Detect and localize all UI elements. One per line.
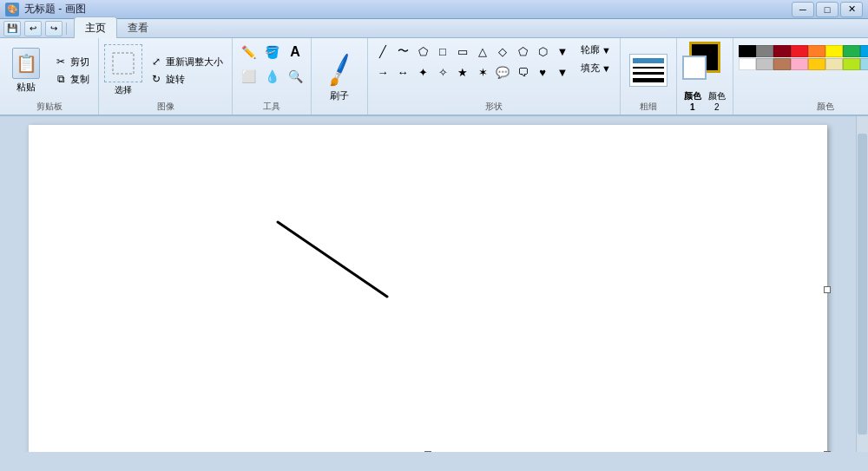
palette-cell[interactable]	[860, 45, 868, 57]
color-palette-group: 颜色	[733, 38, 868, 114]
shape-line[interactable]: ╱	[373, 42, 392, 61]
lw-selected[interactable]	[633, 58, 664, 63]
fill-tool[interactable]: 🪣	[261, 42, 282, 62]
shape-diamond[interactable]: ◇	[493, 42, 512, 61]
scrollbar-vertical[interactable]	[856, 116, 868, 452]
shape-hexagon[interactable]: ⬡	[533, 42, 552, 61]
svg-line-1	[278, 222, 387, 297]
select-icon	[111, 51, 135, 75]
close-button[interactable]: ✕	[840, 2, 863, 17]
canvas-svg	[29, 125, 827, 452]
paste-icon: 📋	[12, 48, 40, 79]
zoom-tool[interactable]: 🔍	[285, 66, 306, 87]
clipboard-label: 剪贴板	[36, 99, 62, 114]
palette-cell[interactable]	[843, 45, 860, 57]
outline-fill-group: 轮廓 ▼ 填充 ▼	[577, 42, 615, 76]
outline-label: 轮廓	[581, 43, 600, 56]
palette-cell[interactable]	[808, 58, 825, 70]
tools-group: ✏️ 🪣 A ⬜ 💧 🔍 工具	[233, 38, 312, 114]
resize-button[interactable]: ⤢ 重新调整大小	[146, 54, 227, 69]
palette-cell[interactable]	[825, 58, 843, 70]
shape-triangle[interactable]: △	[473, 42, 492, 61]
color-select-group: 颜色 1 颜色 2	[677, 38, 733, 114]
svg-rect-0	[113, 53, 134, 74]
eraser-tool[interactable]: ⬜	[238, 66, 259, 87]
image-content: 选择 ⤢ 重新调整大小 ↻ 旋转	[104, 42, 227, 99]
tools-content: ✏️ 🪣 A ⬜ 💧 🔍	[238, 42, 306, 99]
color2-swatch[interactable]	[682, 56, 707, 80]
shape-freeform[interactable]: ⬠	[413, 42, 432, 61]
shape-callout1[interactable]: 💬	[493, 62, 512, 82]
qa-separator	[66, 23, 67, 35]
palette-cell[interactable]	[756, 45, 773, 57]
shape-star6[interactable]: ✶	[473, 62, 492, 82]
tab-view[interactable]: 查看	[117, 17, 159, 38]
pencil-tool[interactable]: ✏️	[238, 42, 259, 62]
palette-label: 颜色	[817, 99, 834, 114]
palette-cell[interactable]	[773, 58, 791, 70]
scroll-thumb[interactable]	[858, 134, 867, 435]
brush-button[interactable]: 🖌️ 刷子	[317, 48, 362, 106]
minimize-button[interactable]: ─	[792, 2, 814, 17]
palette-cell[interactable]	[791, 45, 808, 57]
palette-cell[interactable]	[825, 45, 843, 57]
cut-button[interactable]: ✂ 剪切	[50, 54, 93, 69]
clipboard-group: 📋 粘贴 ✂ 剪切 ⧉ 复制 剪贴板	[0, 38, 99, 114]
lw-4[interactable]	[633, 78, 664, 82]
lw-3[interactable]	[633, 72, 664, 75]
palette-cell[interactable]	[739, 58, 756, 70]
paint-canvas[interactable]	[29, 125, 827, 452]
palette-content	[739, 42, 868, 99]
text-tool[interactable]: A	[285, 42, 306, 62]
window-controls: ─ □ ✕	[792, 2, 863, 17]
palette-cell[interactable]	[808, 45, 825, 57]
palette-cell[interactable]	[756, 58, 773, 70]
palette-cell[interactable]	[843, 58, 860, 70]
shape-star4[interactable]: ✧	[433, 62, 452, 82]
palette-cell[interactable]	[860, 58, 868, 70]
palette-row2	[739, 58, 868, 70]
lineweight-selector[interactable]	[626, 50, 671, 90]
palette-cell[interactable]	[791, 58, 808, 70]
qa-undo-button[interactable]: ↩	[24, 21, 42, 36]
copy-button[interactable]: ⧉ 复制	[50, 71, 93, 87]
palette-row1	[739, 45, 868, 57]
fill-dropdown[interactable]: 填充 ▼	[577, 60, 615, 76]
shape-arrow-4[interactable]: ✦	[413, 62, 432, 82]
shape-arrow-r[interactable]: →	[373, 62, 392, 82]
shape-star5[interactable]: ★	[453, 62, 472, 82]
qa-redo-button[interactable]: ↪	[45, 21, 62, 36]
content-area	[0, 116, 868, 452]
select-button[interactable]	[104, 44, 142, 82]
resize-handle-right[interactable]	[824, 286, 831, 293]
palette-cell[interactable]	[773, 45, 791, 57]
brush-content: 🖌️ 刷子	[317, 42, 362, 111]
shape-roundrect[interactable]: ▭	[453, 42, 472, 61]
shape-heart[interactable]: ♥	[533, 62, 552, 82]
tab-home[interactable]: 主页	[74, 16, 117, 38]
rotate-button[interactable]: ↻ 旋转	[146, 71, 227, 87]
clipboard-small-buttons: ✂ 剪切 ⧉ 复制	[50, 54, 93, 87]
outline-dropdown[interactable]: 轮廓 ▼	[577, 42, 615, 58]
paste-button[interactable]: 📋 粘贴	[5, 44, 47, 97]
shape-callout2[interactable]: 🗨	[513, 62, 532, 82]
shapes-more2[interactable]: ▼	[553, 62, 572, 82]
cut-label: 剪切	[70, 56, 89, 69]
shape-pentagon[interactable]: ⬠	[513, 42, 532, 61]
image-label: 图像	[157, 99, 174, 114]
shape-arrow-2[interactable]: ↔	[393, 62, 412, 82]
color-labels-row: 颜色 1 颜色 2	[684, 90, 726, 112]
shape-rect[interactable]: □	[433, 42, 452, 61]
qa-save-button[interactable]: 💾	[3, 21, 21, 36]
resize-handle-corner[interactable]	[824, 451, 831, 452]
paste-label: 粘贴	[16, 81, 36, 94]
shape-curve[interactable]: 〜	[393, 42, 412, 61]
resize-label: 重新调整大小	[166, 56, 223, 69]
lineweight-group: 粗细	[621, 38, 677, 114]
shapes-more[interactable]: ▼	[553, 42, 572, 61]
lw-2[interactable]	[633, 67, 664, 69]
eyedropper-tool[interactable]: 💧	[261, 66, 282, 87]
palette-cell[interactable]	[739, 45, 756, 57]
resize-handle-bottom[interactable]	[424, 451, 431, 452]
maximize-button[interactable]: □	[816, 2, 838, 17]
